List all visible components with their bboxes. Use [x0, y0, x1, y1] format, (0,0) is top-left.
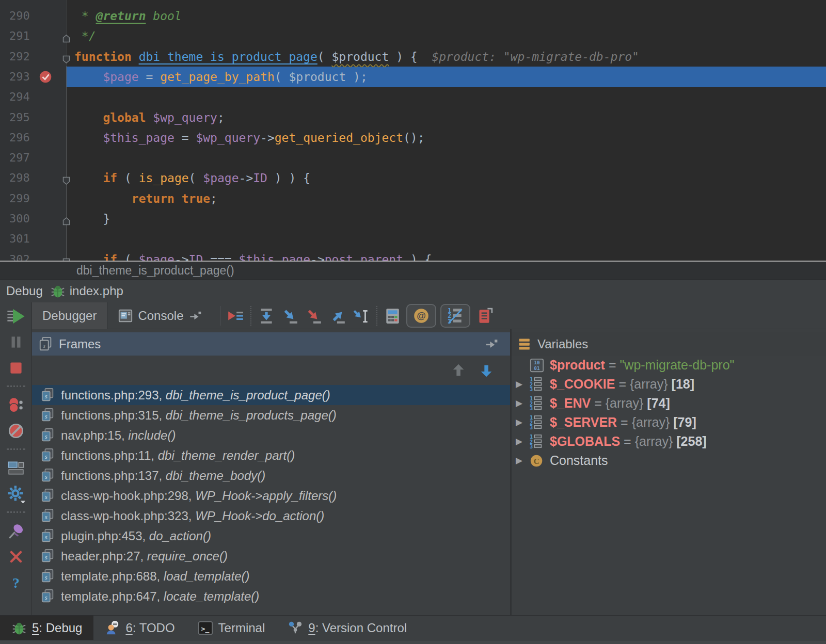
code-line[interactable]: * @return bool	[74, 6, 826, 26]
fold-marker-icon[interactable]	[62, 174, 70, 182]
variable-row[interactable]: ▶123$GLOBALS = {array} [258]	[512, 432, 826, 451]
stop-button[interactable]	[6, 359, 26, 377]
svg-text:s: s	[45, 554, 47, 561]
stack-frame-row[interactable]: stemplate.php:647, locate_template()	[32, 586, 510, 606]
watch-at-button[interactable]: @	[406, 304, 436, 328]
stack-frame-row[interactable]: sfunctions.php:11, dbi_theme_render_part…	[32, 445, 510, 465]
frame-function: include()	[128, 428, 176, 443]
stack-frame-icon: s	[40, 428, 56, 443]
close-button[interactable]	[6, 548, 26, 566]
code-line[interactable]: $this_page = $wp_query->get_queried_obje…	[74, 127, 826, 148]
layout-clipboard-button[interactable]	[472, 304, 496, 328]
pin-button[interactable]	[6, 522, 26, 540]
stack-frame-row[interactable]: sclass-wp-hook.php:298, WP_Hook->apply_f…	[32, 486, 510, 506]
mute-breakpoints-button[interactable]	[6, 422, 26, 440]
line-number: 297	[9, 148, 45, 168]
tab-debugger[interactable]: Debugger	[32, 302, 107, 329]
toolwindow-button-terminal[interactable]: >_Terminal	[186, 616, 277, 640]
mute-breakpoints-icon	[7, 422, 25, 440]
code-line[interactable]: if ( is_page( $page->ID ) ) {	[74, 168, 826, 188]
code-line[interactable]	[74, 0, 826, 6]
stack-frame-row[interactable]: snav.php:15, include()	[32, 425, 510, 445]
frame-location: class-wp-hook.php:323,	[61, 509, 195, 523]
layout-clipboard-icon	[475, 307, 493, 325]
todo-icon	[105, 620, 120, 636]
variable-value: {array}	[606, 396, 644, 411]
code-line[interactable]: global $wp_query;	[74, 107, 826, 128]
resume-button[interactable]	[6, 307, 26, 326]
fold-marker-icon[interactable]	[62, 255, 70, 261]
step-into-button[interactable]	[278, 304, 302, 328]
pin-icon	[7, 522, 25, 540]
expand-arrow-icon[interactable]: ▶	[516, 398, 529, 409]
stack-frame-row[interactable]: sclass-wp-hook.php:323, WP_Hook->do_acti…	[32, 506, 510, 526]
breakpoint-icon[interactable]	[38, 70, 54, 85]
stack-frame-row[interactable]: sfunctions.php:137, dbi_theme_body()	[32, 465, 510, 486]
stack-frame-row[interactable]: stemplate.php:688, load_template()	[32, 566, 510, 586]
toolwindow-label: : Version Control	[315, 621, 407, 635]
stack-frame-row[interactable]: sfunctions.php:293, dbi_theme_is_product…	[32, 385, 510, 405]
code-line[interactable]	[74, 87, 826, 107]
toolwindow-button-todo[interactable]: 6: TODO	[93, 616, 186, 640]
variable-row[interactable]: ▶CConstants	[512, 451, 826, 470]
fold-marker-icon[interactable]	[62, 215, 70, 223]
force-step-into-button[interactable]	[302, 304, 326, 328]
step-over-button[interactable]	[255, 304, 278, 328]
toolwindow-button-debug[interactable]: 5: Debug	[0, 616, 93, 640]
code-line[interactable]: $page = get_page_by_path( $product );	[74, 67, 826, 87]
code-line[interactable]: function dbi_theme_is_product_page( $pro…	[74, 46, 826, 67]
stack-frame-icon: s	[40, 528, 56, 544]
code-line[interactable]: }	[74, 208, 826, 229]
variable-row[interactable]: ▶123$_SERVER = {array} [79]	[512, 413, 826, 432]
expand-arrow-icon[interactable]: ▶	[516, 455, 529, 466]
evaluate-expression-button[interactable]	[380, 304, 404, 328]
view-breakpoints-button[interactable]	[6, 396, 26, 414]
code-line[interactable]: */	[74, 26, 826, 46]
fold-marker-icon[interactable]	[62, 53, 70, 61]
svg-text:s: s	[45, 453, 47, 460]
next-frame-arrow-icon[interactable]	[479, 363, 495, 378]
show-execution-point-button[interactable]	[224, 304, 247, 328]
code-line[interactable]	[74, 148, 826, 168]
expand-arrow-icon[interactable]: ▶	[516, 436, 529, 447]
primitive-type-icon: 1001	[529, 358, 545, 373]
frame-location: functions.php:315,	[61, 408, 166, 423]
variable-row[interactable]: 1001$product = "wp-migrate-db-pro"	[512, 356, 826, 375]
toolwindow-label: Terminal	[218, 621, 265, 635]
previous-frame-arrow-icon[interactable]	[451, 363, 467, 378]
variable-value: {array}	[630, 377, 668, 392]
variable-row[interactable]: ▶123$_ENV = {array} [74]	[512, 394, 826, 413]
equals-sign: =	[615, 377, 630, 392]
restore-layout-button[interactable]	[6, 459, 26, 477]
code-editor[interactable]: 289290 * @return bool291 */292function d…	[0, 0, 826, 261]
array-type-icon: 123	[529, 396, 545, 411]
line-number: 290	[9, 6, 45, 26]
variables-panel-header: Variables	[512, 332, 826, 356]
breadcrumb: dbi_theme_is_product_page()	[0, 262, 826, 279]
inline-values-button[interactable]: 123	[440, 304, 470, 328]
expand-arrow-icon[interactable]: ▶	[516, 417, 529, 428]
stack-frame-row[interactable]: sfunctions.php:315, dbi_theme_is_product…	[32, 405, 510, 425]
code-line[interactable]: if ( $page->ID === $this_page->post_pare…	[74, 249, 826, 261]
step-out-button[interactable]	[326, 304, 350, 328]
tab-console[interactable]: Console	[107, 302, 217, 329]
variable-row[interactable]: ▶123$_COOKIE = {array} [18]	[512, 375, 826, 394]
debug-header-title: Debug	[6, 284, 43, 298]
pause-button[interactable]	[6, 333, 26, 351]
hide-frames-arrow-icon[interactable]	[484, 337, 499, 351]
expand-arrow-icon[interactable]: ▶	[516, 379, 529, 390]
code-line[interactable]	[74, 229, 826, 249]
help-button[interactable]: ?	[6, 573, 26, 592]
variables-title: Variables	[537, 337, 588, 351]
watch-at-icon: @	[412, 307, 430, 325]
toolwindow-button-versioncontrol[interactable]: 9: Version Control	[276, 616, 418, 640]
settings-button[interactable]	[6, 485, 26, 503]
array-type-icon: 123	[529, 434, 545, 449]
run-to-cursor-button[interactable]	[350, 304, 373, 328]
bug-icon	[50, 283, 66, 299]
fold-marker-icon[interactable]	[62, 32, 70, 40]
stack-frame-row[interactable]: splugin.php:453, do_action()	[32, 526, 510, 546]
stack-frame-icon: s	[40, 468, 56, 484]
stack-frame-row[interactable]: sheader.php:27, require_once()	[32, 546, 510, 566]
code-line[interactable]: return true;	[74, 188, 826, 209]
